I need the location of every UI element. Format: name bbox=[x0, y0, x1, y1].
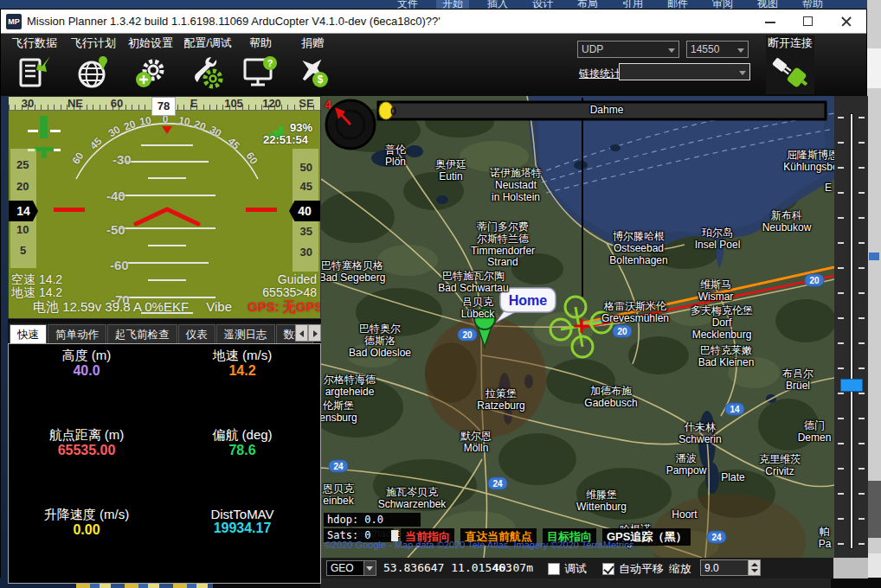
background-menu-item[interactable]: 邮件 bbox=[661, 0, 694, 9]
vibe-indicator[interactable]: Vibe bbox=[206, 299, 232, 314]
alt-tick: 35 bbox=[300, 225, 312, 238]
pitch-label: -30 bbox=[113, 152, 132, 167]
speed-tick: 10 bbox=[16, 223, 29, 236]
disconnect-button[interactable]: 断开连接 bbox=[766, 35, 814, 94]
map-place-label: 多夫梅克伦堡DorfMecklenburg bbox=[691, 305, 753, 341]
quick-cell[interactable]: DistToMAV 19934.17 bbox=[164, 503, 320, 583]
close-button[interactable] bbox=[833, 10, 859, 33]
progress-value: 0 bbox=[390, 105, 396, 118]
initial-setup-button[interactable]: 初始设置 bbox=[122, 35, 179, 94]
coord-format-select[interactable]: GEO bbox=[326, 560, 376, 576]
background-menu-item[interactable]: 插入 bbox=[481, 0, 514, 9]
config-tuning-button[interactable]: 配置/调试 bbox=[179, 35, 236, 94]
zoom-slider bbox=[834, 96, 868, 566]
compass-alert-count: 4 bbox=[325, 98, 331, 112]
zoom-spinner[interactable]: 9.0 bbox=[700, 559, 761, 576]
quick-cell[interactable]: 偏航 (deg) 78.6 bbox=[164, 424, 320, 503]
minimize-icon bbox=[765, 22, 775, 23]
tab-scroll-left-button[interactable] bbox=[295, 324, 308, 342]
background-menu-item[interactable]: 帮助 bbox=[796, 0, 829, 9]
quick-cell[interactable]: 航点距离 (m) 65535.00 bbox=[9, 424, 164, 503]
slider-handle[interactable] bbox=[840, 379, 863, 392]
background-menu-item[interactable]: 审阅 bbox=[706, 0, 739, 9]
port-value: 14550 bbox=[691, 43, 719, 55]
tab[interactable]: 起飞前检查 bbox=[107, 324, 177, 343]
current-speed: 14 bbox=[9, 201, 38, 221]
help-button[interactable]: 帮助 ? bbox=[236, 35, 285, 94]
map-place-label: 维滕堡Wittenburg bbox=[576, 489, 627, 514]
chevron-down-icon bbox=[366, 566, 373, 571]
chevron-down-icon bbox=[737, 48, 744, 53]
quick-cell-value: 65535.00 bbox=[9, 444, 164, 458]
map-place-label: 巴特施瓦尔陶Bad Schwartau bbox=[438, 271, 508, 295]
quick-cell[interactable]: 高度 (m) 40.0 bbox=[9, 344, 164, 424]
hud[interactable]: 30 NE 60 E 105 120 SE 78 bbox=[8, 96, 321, 319]
road-badge: 24 bbox=[706, 531, 726, 544]
background-menu-item[interactable]: 设计 bbox=[526, 0, 559, 9]
protocol-select[interactable]: UDP bbox=[577, 41, 679, 58]
map-place-label: 施瓦岑贝克Schwarzenbek bbox=[378, 487, 447, 511]
link-stats-label[interactable]: 链接统计 bbox=[579, 67, 621, 81]
background-block bbox=[867, 481, 881, 538]
quick-cell[interactable]: 升降速度 (m/s) 0.00 bbox=[9, 503, 164, 583]
port-select[interactable]: 14550 bbox=[686, 41, 749, 58]
hud-status-row: 电池 12.59v 39.8 A 0%EKF Vibe GPS: 无GPS bbox=[33, 299, 321, 316]
autopan-checkbox[interactable]: 自动平移 bbox=[602, 561, 664, 577]
map-place-label: 新布科Neubukow bbox=[762, 210, 812, 234]
slider-track[interactable] bbox=[850, 113, 853, 549]
mission-planner-window: MP Mission Planner 1.3.42 build 1.1.6198… bbox=[0, 9, 867, 578]
map-bottom-bar: GEO 53.836647 11.015463 40.07m 调试 自动平移 缩… bbox=[321, 558, 833, 578]
map-place-label: 屈隆斯博恩Kühlungsbor bbox=[783, 150, 834, 174]
quick-panel: 高度 (m) 40.0 地速 (m/s) 14.2 航点距离 (m) 65535… bbox=[8, 343, 321, 584]
donate-button[interactable]: 捐赠 $ bbox=[286, 35, 338, 94]
tab[interactable]: 遥测日志 bbox=[216, 324, 275, 343]
plug-icon bbox=[769, 51, 811, 93]
road-badge: 14 bbox=[724, 403, 744, 416]
quick-cell-value: 14.2 bbox=[164, 364, 320, 379]
background-menu-item[interactable]: 视图 bbox=[751, 0, 784, 9]
background-menu-item[interactable]: 文件 bbox=[391, 0, 424, 9]
map-place-label: 布吕尔Brüel bbox=[782, 368, 813, 393]
link-stats-select[interactable] bbox=[619, 63, 750, 80]
minimize-button[interactable] bbox=[757, 10, 783, 33]
hud-clock: 22:51:54 bbox=[263, 133, 308, 146]
flight-data-button[interactable]: 飞行数据 bbox=[6, 35, 63, 94]
chevron-right-icon bbox=[313, 330, 318, 337]
ekf-indicator[interactable]: EKF bbox=[164, 299, 189, 314]
slider-ticks bbox=[838, 117, 844, 549]
quick-cell-label: 升降速度 (m/s) bbox=[9, 507, 164, 523]
tab-scroll-right-button[interactable] bbox=[308, 324, 321, 342]
autopan-label: 自动平移 bbox=[619, 561, 664, 577]
checkbox-checked-icon bbox=[602, 563, 614, 575]
map-place-label: 潘波Pampow bbox=[666, 453, 707, 477]
chevron-left-icon bbox=[299, 330, 304, 337]
tab-label: 简单动作 bbox=[55, 329, 99, 341]
road-badge: 20 bbox=[612, 325, 632, 338]
road-badge: 24 bbox=[328, 460, 348, 473]
roll-label: 10 bbox=[138, 114, 152, 128]
debug-checkbox[interactable]: 调试 bbox=[548, 561, 587, 577]
map-place-label: 拉策堡Ratzeburg bbox=[477, 388, 524, 412]
home-label: Home bbox=[509, 293, 548, 308]
chevron-down-icon bbox=[668, 48, 675, 53]
flight-plan-button[interactable]: 飞行计划 bbox=[65, 35, 122, 94]
zoom-value: 9.0 bbox=[704, 562, 719, 574]
gps-status: GPS: 无GPS bbox=[248, 299, 321, 314]
maximize-button[interactable] bbox=[795, 10, 821, 33]
map-place-label: 维斯马Wismar bbox=[698, 279, 734, 304]
pitch-label: -60 bbox=[110, 258, 129, 272]
background-menu-item[interactable]: 布局 bbox=[571, 0, 604, 9]
hdop-readout: hdop: 0.0 bbox=[324, 513, 421, 527]
tab[interactable]: 快速 bbox=[10, 324, 47, 343]
dropdown-button[interactable] bbox=[363, 561, 376, 575]
disconnect-label: 断开连接 bbox=[766, 35, 814, 51]
background-menu-item[interactable]: 引用 bbox=[616, 0, 649, 9]
tab[interactable]: 简单动作 bbox=[48, 324, 106, 343]
background-menu-item[interactable]: 开始 bbox=[436, 0, 469, 9]
roll-label: 10 bbox=[177, 114, 191, 128]
spin-down-icon bbox=[751, 569, 758, 572]
spinner-buttons[interactable] bbox=[748, 560, 760, 575]
map-canvas[interactable]: Home 0 4 Dahme普伦Plön奥伊廷Eutin诺伊施塔特Neustad… bbox=[321, 96, 834, 558]
tab[interactable]: 仪表 bbox=[178, 324, 215, 343]
quick-cell[interactable]: 地速 (m/s) 14.2 bbox=[164, 344, 320, 424]
